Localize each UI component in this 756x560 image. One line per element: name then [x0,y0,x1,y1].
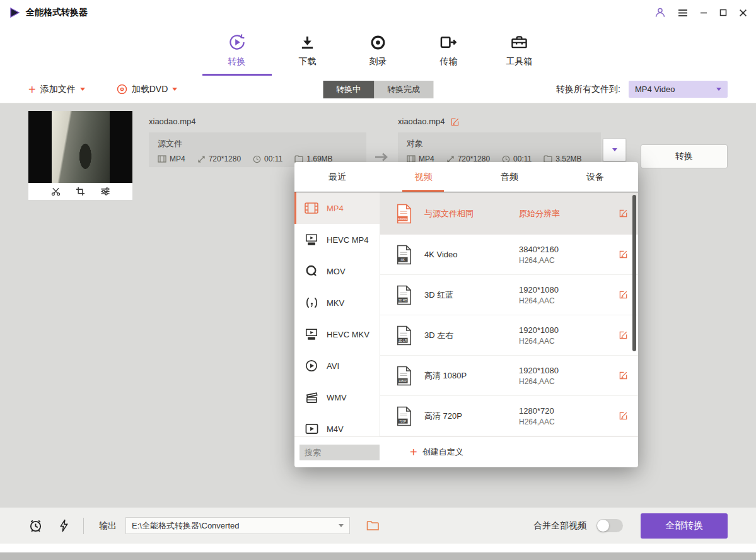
load-dvd-button[interactable]: 加载DVD [117,84,178,95]
clock-icon [253,155,261,163]
merge-toggle[interactable] [596,519,623,532]
global-format-value: MP4 Video [635,85,675,94]
tab-burn-label: 刻录 [369,56,387,67]
tab-converting[interactable]: 转换中 [323,81,374,98]
preset-hd-1080p[interactable]: 1080P 高清 1080P 1920*1080 H264,AAC [380,356,638,396]
effects-button[interactable] [100,187,110,196]
minimize-button[interactable] [700,9,707,16]
close-button[interactable] [739,9,747,17]
tab-transfer[interactable]: 传输 [426,33,472,76]
performance-button[interactable] [60,519,68,532]
chevron-down-icon [339,524,344,527]
convert-button[interactable]: 转换 [641,144,728,168]
output-label: 输出 [99,520,117,532]
preset-hd-720p[interactable]: 720P 高清 720P 1280*720 H264,AAC [380,396,638,436]
preset-edit-button[interactable] [619,290,628,300]
edit-pencil-icon [619,250,628,259]
tab-toolbox-label: 工具箱 [506,56,533,67]
preset-name: 与源文件相同 [424,208,519,219]
preset-edit-button[interactable] [619,209,628,218]
schedule-button[interactable] [28,518,43,533]
trim-button[interactable] [51,187,61,196]
tab-converted[interactable]: 转换完成 [374,81,433,98]
toggle-knob [597,520,609,532]
format-item-hevc-mkv[interactable]: HEVC MKV [294,318,380,350]
preset-4k-video[interactable]: 4K 4K Video 3840*2160 H264,AAC [380,235,638,275]
tab-audio[interactable]: 音频 [467,162,552,192]
format-item-mov[interactable]: MOV [294,255,380,287]
tab-recent[interactable]: 最近 [294,162,380,192]
preset-file-icon: 1080P [395,366,413,386]
preset-name: 高清 1080P [424,370,519,382]
format-item-m4v[interactable]: M4V [294,413,380,436]
preset-edit-button[interactable] [619,371,628,380]
format-label: HEVC MKV [327,330,369,339]
mkv-icon [304,296,319,309]
tab-burn[interactable]: 刻录 [356,33,401,76]
maximize-button[interactable] [719,9,727,16]
preset-name: 4K Video [424,250,519,259]
add-file-label: 添加文件 [40,84,76,95]
format-item-wmv[interactable]: WMV [294,382,380,413]
chevron-down-icon [172,88,177,91]
tab-download[interactable]: 下载 [285,33,330,76]
queue-tabs: 转换中 转换完成 [323,81,433,98]
edit-pencil-icon [619,209,628,218]
footer-gap [0,544,756,552]
output-path-input[interactable] [132,521,339,530]
burn-disc-icon [370,33,386,52]
format-item-avi[interactable]: AVI [294,350,380,382]
format-item-mp4[interactable]: MP4 [294,192,380,224]
avi-icon [304,359,319,372]
m4v-icon [304,423,319,435]
account-icon[interactable] [654,7,666,18]
global-format-select[interactable]: MP4 Video [629,81,728,98]
convert-all-button[interactable]: 全部转换 [641,513,728,539]
add-file-button[interactable]: + 添加文件 [28,84,85,95]
edit-pencil-icon [619,290,628,300]
tab-device[interactable]: 设备 [552,162,638,192]
preset-file-icon: 4K [395,245,413,265]
preset-specs: 1920*1080 H264,AAC [519,366,595,386]
format-item-mkv[interactable]: MKV [294,287,380,318]
preset-edit-button[interactable] [619,330,628,340]
menu-icon[interactable] [678,9,688,17]
preset-3d-left-right[interactable]: 3D LR 3D 左右 1920*1080 H264,AAC [380,315,638,356]
target-filename: xiaodao.mp4 [398,117,445,126]
bottom-bar: 输出 合并全部视频 全部转换 [0,507,756,544]
source-duration: 00:11 [253,155,282,163]
preset-3d-red-blue[interactable]: 3D RB 3D 红蓝 1920*1080 H264,AAC [380,275,638,315]
tab-video[interactable]: 视频 [380,162,466,192]
create-custom-button[interactable]: + 创建自定义 [410,446,463,458]
svg-text:source: source [398,216,407,220]
format-icon [158,155,166,163]
preset-file-icon: 3D RB [395,285,413,305]
tab-convert[interactable]: 转换 [214,33,260,76]
format-label: AVI [327,361,339,371]
download-icon [299,33,315,52]
preset-same-as-source[interactable]: source 与源文件相同 原始分辨率 [380,192,638,235]
preset-specs: 1920*1080 H264,AAC [519,285,595,305]
format-picker-footer: + 创建自定义 [294,436,638,467]
search-input[interactable] [299,445,380,460]
popup-scrollbar[interactable] [632,195,636,351]
open-folder-button[interactable] [366,520,380,531]
plus-icon: + [410,447,417,457]
edit-pencil-icon [619,330,628,340]
load-dvd-label: 加载DVD [132,84,168,95]
preset-edit-button[interactable] [619,250,628,259]
rename-button[interactable] [450,117,460,127]
output-path-select[interactable] [125,517,350,534]
format-dropdown-button[interactable] [603,138,626,161]
format-picker-popup: 最近 视频 音频 设备 MP4 HEVC MP4 [294,162,638,467]
format-item-hevc-mp4[interactable]: HEVC MP4 [294,224,380,255]
crop-button[interactable] [76,187,85,196]
transfer-icon [440,33,457,52]
tab-download-label: 下载 [299,56,317,67]
preset-edit-button[interactable] [619,411,628,421]
preset-specs: 3840*2160 H264,AAC [519,245,595,265]
chevron-down-icon [80,88,85,91]
format-label: MOV [327,267,346,276]
tab-toolbox[interactable]: 工具箱 [497,33,542,76]
hevc-mkv-icon [304,328,319,341]
